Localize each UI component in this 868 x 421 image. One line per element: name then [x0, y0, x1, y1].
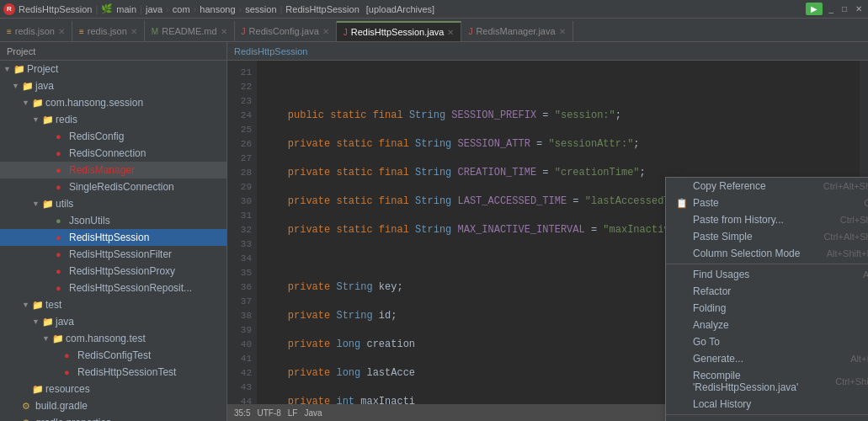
redismanager-icon: ●: [56, 165, 69, 175]
ctx-paste[interactable]: 📋 Paste Ctrl+V: [666, 195, 868, 211]
tab-label-readme: README.md: [162, 26, 216, 36]
utils-arrow: ▼: [32, 200, 42, 208]
tab-redishttpsession[interactable]: J RedisHttpSession.java ✕: [337, 21, 462, 41]
tree-resources[interactable]: 📁 resources: [0, 381, 226, 397]
test-label: test: [45, 299, 61, 311]
test-package-icon: 📁: [52, 333, 66, 344]
test-folder-icon: 📁: [32, 300, 45, 311]
tab-redisconfig[interactable]: J RedisConfig.java ✕: [235, 21, 337, 41]
run-button[interactable]: ▶: [806, 3, 823, 15]
tree-project[interactable]: ▼ 📁 Project: [0, 61, 226, 77]
tree-redis-folder[interactable]: ▼ 📁 redis: [0, 111, 226, 128]
session-indicator: session: [245, 4, 276, 14]
close-button[interactable]: ✕: [853, 3, 865, 14]
ctx-find-usages[interactable]: Find Usages Alt+F7: [666, 266, 868, 283]
tree-test-folder[interactable]: ▼ 📁 test: [0, 296, 226, 313]
redishttpsession-icon: ●: [56, 232, 69, 242]
goto-label: Go To: [693, 336, 720, 348]
filter-label: RedisHttpSessionFilter: [69, 248, 172, 260]
generate-label: Generate...: [693, 353, 743, 365]
tree-com-hansong-test[interactable]: ▼ 📁 com.hansong.test: [0, 330, 226, 347]
ctx-column-selection[interactable]: Column Selection Mode Alt+Shift+Insert: [666, 245, 868, 262]
proxy-label: RedisHttpSessionProxy: [69, 265, 175, 277]
com-hansong-arrow: ▼: [22, 99, 32, 107]
ctx-folding[interactable]: Folding: [666, 300, 868, 317]
test-java-label: java: [56, 316, 74, 328]
resources-label: resources: [45, 383, 90, 395]
tree-utils-folder[interactable]: ▼ 📁 utils: [0, 195, 226, 212]
breadcrumb-class: RedisHttpSession: [234, 46, 307, 56]
paste-icon: 📋: [676, 198, 690, 209]
ctx-refactor[interactable]: Refactor: [666, 283, 868, 300]
paste-hist-label: Paste from History...: [693, 214, 784, 226]
ctx-recompile[interactable]: Recompile 'RedisHttpSession.java' Ctrl+S…: [666, 367, 868, 396]
tree-jsonutils[interactable]: ● JsonUtils: [0, 212, 226, 229]
ctx-analyze[interactable]: Analyze: [666, 317, 868, 333]
line-numbers: 21 22 23 24 25 26 27 28 29 30 31 32 33 3…: [227, 61, 257, 421]
minimize-button[interactable]: _: [826, 3, 836, 14]
tab-close-redishttpsession[interactable]: ✕: [447, 28, 454, 37]
singleredis-icon: ●: [56, 182, 69, 192]
tab-redis-json-2[interactable]: ≡ redis.json ✕: [72, 21, 145, 41]
tree-test-java[interactable]: ▼ 📁 java: [0, 313, 226, 330]
paste-simple-label: Paste Simple: [693, 231, 753, 242]
json-icon-1: ≡: [7, 27, 12, 36]
status-crlf: LF: [288, 408, 298, 418]
configtest-icon: ●: [64, 350, 77, 360]
tab-readme[interactable]: M README.md ✕: [145, 21, 235, 41]
tree-redismanager[interactable]: ● RedisManager: [0, 162, 226, 179]
utils-label: utils: [56, 198, 73, 210]
tree-redishttpsessiontest[interactable]: ● RedisHttpSessionTest: [0, 364, 226, 381]
java-root-arrow: ▼: [12, 82, 22, 90]
ctx-paste-history[interactable]: Paste from History... Ctrl+Shift+V: [666, 211, 868, 228]
refactor-label: Refactor: [693, 285, 731, 297]
com-hansong-icon: 📁: [32, 98, 45, 109]
jsonutils-label: JsonUtils: [69, 215, 110, 226]
tree-redisconnection[interactable]: ● RedisConnection: [0, 145, 226, 162]
tree-singleredis[interactable]: ● SingleRedisConnection: [0, 179, 226, 195]
tree-redishttpsessionproxy[interactable]: ● RedisHttpSessionProxy: [0, 263, 226, 280]
local-hist-label: Local History: [693, 398, 751, 410]
tree-redishttpsession[interactable]: ● RedisHttpSession: [0, 229, 226, 246]
upload-label: [uploadArchives]: [366, 4, 434, 14]
tab-close-redis2[interactable]: ✕: [130, 27, 137, 36]
ctx-local-history[interactable]: Local History: [666, 396, 868, 413]
ctx-git[interactable]: Git: [666, 417, 868, 421]
tree-gradle-props[interactable]: ⚙ gradle.properties: [0, 414, 226, 421]
tree-redisconfigtest[interactable]: ● RedisConfigTest: [0, 347, 226, 364]
current-file: RedisHttpSession: [285, 4, 359, 14]
tab-redis-json-1[interactable]: ≡ redis.json ✕: [0, 21, 72, 41]
recompile-label: Recompile 'RedisHttpSession.java': [693, 370, 835, 393]
breadcrumb-bar: RedisHttpSession: [227, 42, 868, 61]
tree-build-gradle[interactable]: ⚙ build.gradle: [0, 397, 226, 414]
utils-folder-icon: 📁: [42, 199, 56, 210]
redisconfig-icon: ●: [56, 131, 69, 141]
tree-redishttpsessionfilter[interactable]: ● RedisHttpSessionFilter: [0, 246, 226, 263]
ctx-sep-1: [666, 264, 868, 264]
tree-java-root[interactable]: ▼ 📁 java: [0, 77, 226, 94]
ctx-paste-simple[interactable]: Paste Simple Ctrl+Alt+Shift+V: [666, 228, 868, 245]
tab-redismanager[interactable]: J RedisManager.java ✕: [461, 21, 572, 41]
configtest-label: RedisConfigTest: [77, 349, 151, 361]
sessiontest-icon: ●: [64, 367, 77, 377]
ctx-generate[interactable]: Generate... Alt+Insert: [666, 350, 868, 367]
tab-close-redisconfig[interactable]: ✕: [322, 27, 329, 36]
col-sel-shortcut: Alt+Shift+Insert: [827, 248, 868, 258]
ctx-copy-reference[interactable]: Copy Reference Ctrl+Alt+Shift+C: [666, 178, 868, 195]
redisconnection-icon: ●: [56, 148, 69, 158]
tab-close-redis1[interactable]: ✕: [58, 27, 65, 36]
ctx-go-to[interactable]: Go To: [666, 333, 868, 350]
status-lang: Java: [304, 408, 322, 418]
tree-redisconfig[interactable]: ● RedisConfig: [0, 128, 226, 145]
tree-com-hansong[interactable]: ▼ 📁 com.hansong.session: [0, 94, 226, 111]
tree-redishttpsessionreposit[interactable]: ● RedisHttpSessionReposit...: [0, 280, 226, 296]
sidebar: Project ▼ 📁 Project ▼ 📁 java ▼ 📁 com.han…: [0, 42, 227, 421]
java-root-label: java: [35, 80, 54, 92]
tab-label-redis1: redis.json: [15, 26, 55, 36]
status-line: 35:5: [234, 408, 250, 418]
maximize-button[interactable]: □: [839, 3, 849, 14]
redis-folder-icon: 📁: [42, 115, 56, 125]
tab-close-readme[interactable]: ✕: [221, 27, 227, 36]
java-root-icon: 📁: [22, 81, 35, 92]
tab-close-redismanager[interactable]: ✕: [559, 27, 566, 36]
